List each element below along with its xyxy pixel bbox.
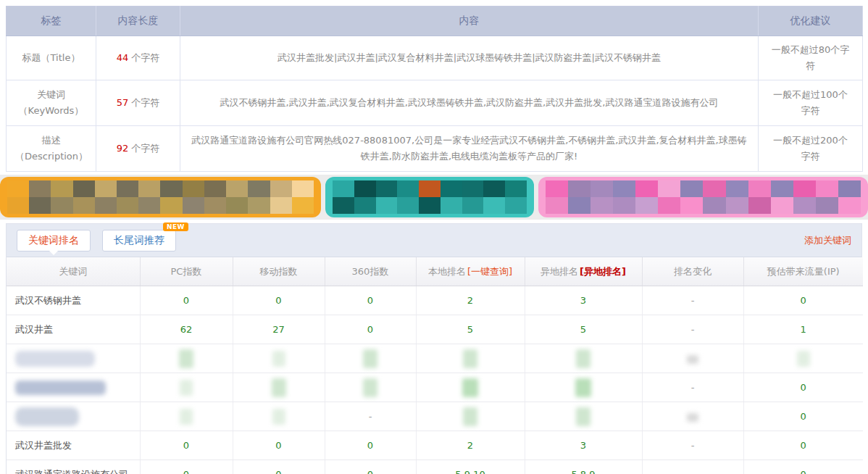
mosaic-block	[793, 197, 816, 214]
blurred-value	[687, 355, 698, 364]
metric-value: 5	[467, 324, 473, 335]
mosaic-block	[226, 197, 248, 214]
meta-advice-text: 一般不超过80个字符	[759, 36, 863, 80]
meta-header-content: 内容	[180, 7, 759, 36]
metric-cell: 3	[525, 286, 642, 315]
metric-cell: 5,9,10	[416, 460, 525, 474]
mosaic-block	[703, 180, 725, 197]
metric-cell	[233, 402, 325, 431]
metric-cell: 0	[233, 286, 325, 315]
metric-value: 5,8,9	[571, 469, 595, 474]
meta-header-tag: 标签	[7, 7, 96, 36]
metric-value: 0	[801, 295, 806, 306]
header-label: PC指数	[171, 266, 202, 277]
table-row	[7, 344, 863, 373]
metric-value: 5	[580, 324, 586, 335]
mosaic-block	[333, 197, 354, 214]
mosaic-block	[658, 197, 680, 214]
blurred-value	[576, 407, 591, 426]
metric-cell	[140, 344, 233, 373]
mosaic-block	[591, 197, 613, 214]
blurred-value	[687, 413, 698, 422]
tab-longtail-suggest[interactable]: 长尾词推荐NEW	[102, 230, 176, 251]
rank-column-header-7: 预估带来流量(IP)	[743, 257, 863, 286]
mosaic-block	[462, 180, 484, 197]
mosaic-block	[183, 197, 204, 214]
metric-cell	[642, 344, 743, 373]
mosaic-block	[354, 197, 376, 214]
add-keyword-link[interactable]: 添加关键词	[804, 234, 851, 247]
rank-column-header-4: 本地排名[一键查询]	[416, 257, 525, 286]
metric-cell	[525, 373, 642, 402]
mosaic-block	[248, 197, 270, 214]
tab-keyword-rank[interactable]: 关键词排名	[17, 230, 91, 251]
meta-row-title: 标题（Title） 44 个字符 武汉井盖批发|武汉井盖|武汉复合材料井盖|武汉…	[7, 36, 863, 80]
metric-cell	[325, 373, 416, 402]
mosaic-block	[658, 180, 680, 197]
meta-content-text: 武汉不锈钢井盖,武汉井盖,武汉复合材料井盖,武汉球墨铸铁井盖,武汉防盗井盖,武汉…	[180, 80, 759, 126]
mosaic-block	[354, 180, 376, 197]
metric-cell: -	[642, 431, 743, 460]
keyword-cell: 武汉不锈钢井盖	[7, 286, 140, 315]
header-action-link[interactable]: [异地排名]	[580, 266, 626, 277]
metric-cell: 0	[325, 286, 416, 315]
mosaic-block	[726, 180, 748, 197]
header-label: 360指数	[352, 266, 389, 277]
meta-header-row: 标签 内容长度 内容 优化建议	[7, 7, 863, 36]
metric-value: 0	[801, 469, 806, 474]
blurred-value	[180, 380, 193, 396]
metric-cell: 0	[325, 460, 416, 474]
metric-cell: 0	[233, 431, 325, 460]
rank-column-header-1: PC指数	[140, 257, 233, 286]
meta-content-text: 武汉路通宝道路设施有公司官网热线027-88081007,公司是一家专业经营武汉…	[180, 126, 759, 172]
header-action-link[interactable]: [一键查询]	[467, 266, 512, 277]
keyword-cell	[7, 402, 140, 431]
mosaic-block	[138, 197, 160, 214]
metric-value: 27	[272, 324, 285, 335]
mosaic-block	[7, 197, 29, 214]
metric-cell	[325, 344, 416, 373]
metric-cell: 62	[140, 315, 233, 344]
metric-cell: -	[642, 286, 743, 315]
mosaic-block	[505, 197, 527, 214]
mosaic-block	[591, 180, 613, 197]
mosaic-block	[441, 180, 462, 197]
mosaic-block	[29, 180, 51, 197]
metric-value: 0	[275, 440, 281, 451]
mosaic-block	[462, 197, 484, 214]
metric-value: 2	[467, 295, 473, 306]
metric-cell: 0	[140, 286, 233, 315]
metric-cell: 0	[743, 402, 863, 431]
mosaic-block	[816, 180, 838, 197]
metric-cell: 3	[525, 431, 642, 460]
mosaic-block	[397, 197, 419, 214]
mosaic-block	[376, 197, 398, 214]
mosaic-block	[160, 180, 182, 197]
metric-cell: 0	[233, 460, 325, 474]
mosaic-block	[204, 180, 226, 197]
meta-advice-text: 一般不超过200个字符	[759, 126, 863, 172]
mosaic-block	[95, 197, 117, 214]
dash-value: -	[691, 440, 695, 451]
metric-cell	[416, 344, 525, 373]
metric-cell: 0	[140, 431, 233, 460]
mosaic-block	[270, 197, 292, 214]
header-label: 本地排名	[428, 266, 466, 277]
mosaic-block	[726, 197, 748, 214]
mosaic-block	[771, 180, 793, 197]
mosaic-block	[748, 180, 771, 197]
metric-cell	[416, 402, 525, 431]
mosaic-block	[138, 180, 160, 197]
metric-value: 0	[801, 411, 806, 422]
metric-cell	[233, 344, 325, 373]
keyword-cell: 武汉井盖	[7, 315, 140, 344]
blurred-value	[462, 378, 478, 397]
blurred-value	[363, 349, 377, 368]
meta-char-count: 44 个字符	[96, 36, 180, 80]
mosaic-block	[680, 197, 703, 214]
mosaic-block	[505, 180, 527, 197]
mosaic-block	[441, 197, 462, 214]
metric-value: 0	[183, 469, 189, 474]
metric-value: 0	[275, 295, 281, 306]
header-label: 异地排名	[541, 266, 578, 277]
